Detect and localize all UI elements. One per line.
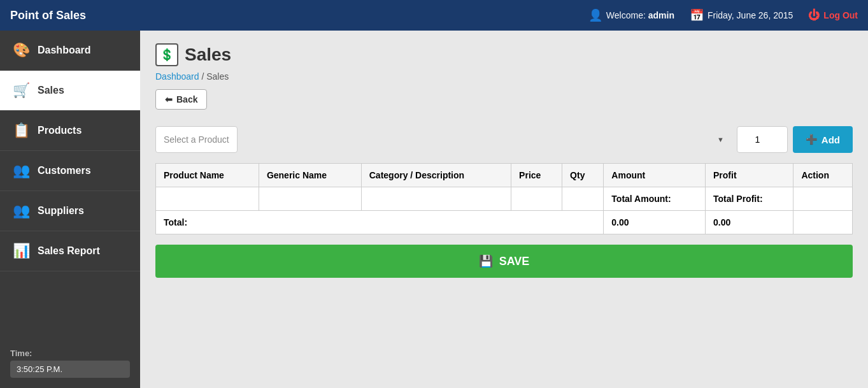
page-title: Sales <box>185 45 231 65</box>
col-action: Action <box>793 164 853 187</box>
save-button[interactable]: 💾 SAVE <box>155 245 853 278</box>
col-generic-name: Generic Name <box>259 164 361 187</box>
col-category: Category / Description <box>361 164 511 187</box>
sidebar-footer: Time: 3:50:25 P.M. <box>0 338 140 388</box>
user-icon: 👤 <box>588 8 602 22</box>
page-title-icon: 💲 <box>155 43 178 66</box>
sidebar-label-sales-report: Sales Report <box>38 245 100 257</box>
sales-table: Product Name Generic Name Category / Des… <box>155 163 853 234</box>
current-date: Friday, June 26, 2015 <box>708 10 793 20</box>
quantity-input[interactable] <box>737 126 788 153</box>
col-profit: Profit <box>706 164 793 187</box>
table-row: Total Amount: Total Profit: <box>156 187 853 211</box>
report-icon: 📊 <box>13 243 30 259</box>
total-profit-value: 0.00 <box>706 211 793 234</box>
date-info: 📅 Friday, June 26, 2015 <box>690 8 793 22</box>
breadcrumb-current: Sales <box>206 71 229 82</box>
sidebar-item-customers[interactable]: 👥 Customers <box>0 151 140 191</box>
power-icon: ⏻ <box>808 9 820 22</box>
col-product-name: Product Name <box>156 164 259 187</box>
logout-label: Log Out <box>823 10 858 20</box>
cell-category <box>361 187 511 211</box>
back-arrow-icon: ⬅ <box>165 94 173 104</box>
sidebar-label-sales: Sales <box>38 85 64 96</box>
add-button[interactable]: ➕ Add <box>793 126 853 153</box>
total-action-empty <box>793 211 853 234</box>
time-label: Time: <box>10 348 130 358</box>
add-label: Add <box>822 134 840 145</box>
col-amount: Amount <box>604 164 706 187</box>
col-qty: Qty <box>562 164 604 187</box>
products-icon: 📋 <box>13 122 30 139</box>
product-select-wrapper: Select a Product <box>155 126 732 153</box>
product-select[interactable]: Select a Product <box>155 126 238 153</box>
breadcrumb: Dashboard / Sales <box>155 71 853 82</box>
username: admin <box>648 10 674 20</box>
current-time: 3:50:25 P.M. <box>10 361 130 378</box>
sidebar-item-sales-report[interactable]: 📊 Sales Report <box>0 231 140 271</box>
cell-price <box>511 187 562 211</box>
sidebar-item-suppliers[interactable]: 👥 Suppliers <box>0 191 140 231</box>
total-profit-label: Total Profit: <box>713 194 763 204</box>
sidebar-label-products: Products <box>38 125 82 136</box>
cell-qty <box>562 187 604 211</box>
sidebar-item-dashboard[interactable]: 🎨 Dashboard <box>0 31 140 71</box>
cell-product-name <box>156 187 259 211</box>
layout: 🎨 Dashboard 🛒 Sales 📋 Products 👥 Custome… <box>0 31 868 388</box>
sidebar-label-dashboard: Dashboard <box>38 45 91 56</box>
back-button[interactable]: ⬅ Back <box>155 89 207 110</box>
total-row-label: Total: <box>156 211 604 234</box>
main-content: 💲 Sales Dashboard / Sales ⬅ Back Select … <box>140 31 868 388</box>
breadcrumb-separator: / <box>199 71 207 82</box>
header: Point of Sales 👤 Welcome: admin 📅 Friday… <box>0 0 868 31</box>
plus-circle-icon: ➕ <box>806 134 818 145</box>
save-icon: 💾 <box>479 254 493 268</box>
sidebar-label-suppliers: Suppliers <box>38 205 84 217</box>
dashboard-icon: 🎨 <box>13 42 30 59</box>
page-header: 💲 Sales Dashboard / Sales ⬅ Back <box>140 31 868 126</box>
sidebar: 🎨 Dashboard 🛒 Sales 📋 Products 👥 Custome… <box>0 31 140 388</box>
app-title: Point of Sales <box>10 9 588 22</box>
cell-action-empty <box>793 187 853 211</box>
welcome-text: Welcome: admin <box>606 10 674 20</box>
sidebar-item-sales[interactable]: 🛒 Sales <box>0 71 140 111</box>
product-select-row: Select a Product ➕ Add <box>155 126 853 153</box>
col-price: Price <box>511 164 562 187</box>
table-header-row: Product Name Generic Name Category / Des… <box>156 164 853 187</box>
page-title-row: 💲 Sales <box>155 43 853 66</box>
sidebar-item-products[interactable]: 📋 Products <box>0 111 140 151</box>
user-info: 👤 Welcome: admin <box>588 8 674 22</box>
welcome-label: Welcome: <box>606 10 646 20</box>
save-label: SAVE <box>499 255 530 268</box>
header-right: 👤 Welcome: admin 📅 Friday, June 26, 2015… <box>588 8 858 22</box>
sales-icon: 🛒 <box>13 82 30 99</box>
total-amount-value: 0.00 <box>604 211 706 234</box>
total-amount-label: Total Amount: <box>611 194 671 204</box>
totals-row: Total: 0.00 0.00 <box>156 211 853 234</box>
logout-button[interactable]: ⏻ Log Out <box>808 9 858 22</box>
cell-generic-name <box>259 187 361 211</box>
sidebar-label-customers: Customers <box>38 165 91 176</box>
cell-total-profit-label: Total Profit: <box>706 187 793 211</box>
content-area: Select a Product ➕ Add Product Name Gene… <box>140 126 868 293</box>
calendar-icon: 📅 <box>690 8 704 22</box>
breadcrumb-home[interactable]: Dashboard <box>155 71 199 82</box>
cell-total-amount-label: Total Amount: <box>604 187 706 211</box>
customers-icon: 👥 <box>13 162 30 179</box>
suppliers-icon: 👥 <box>13 203 30 219</box>
back-label: Back <box>176 94 197 104</box>
